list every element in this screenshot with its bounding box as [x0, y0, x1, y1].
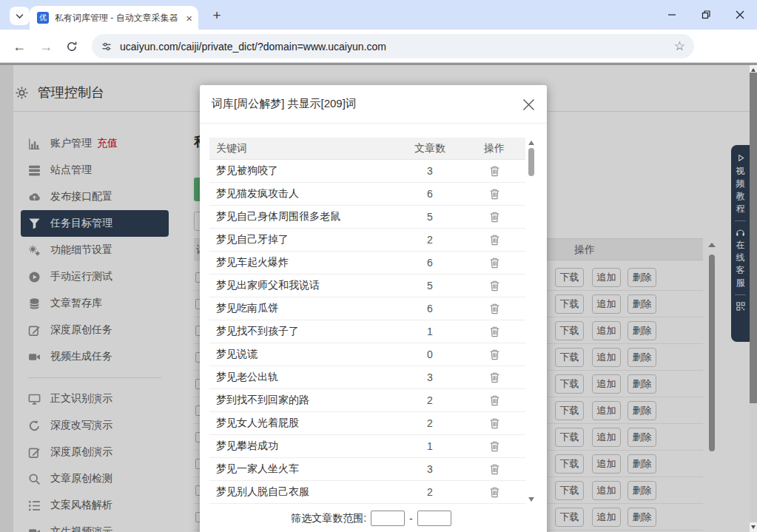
trash-icon	[489, 165, 500, 177]
keyword-cell: 梦见吃南瓜饼	[209, 302, 397, 315]
table-row-4: 梦见车起火爆炸 6	[209, 252, 525, 275]
keyword-cell: 梦见猫发疯攻击人	[209, 187, 397, 201]
count-cell: 5	[397, 211, 463, 223]
word-table-header: 关键词 文章数 操作	[209, 138, 525, 160]
restore-button[interactable]	[689, 0, 723, 30]
delete-word-button[interactable]	[463, 280, 525, 292]
count-column-header: 文章数	[397, 142, 463, 155]
keyword-column-header: 关键词	[209, 142, 397, 155]
count-cell: 6	[397, 257, 463, 269]
trash-icon	[489, 394, 500, 406]
delete-word-button[interactable]	[463, 349, 525, 360]
reload-icon	[66, 41, 78, 53]
close-window-button[interactable]	[723, 0, 757, 30]
trash-icon	[489, 486, 500, 498]
trash-icon	[489, 234, 500, 246]
page-scrollbar[interactable]	[750, 65, 757, 532]
delete-word-button[interactable]	[463, 463, 525, 475]
modal-title: 词库[周公解梦] 共显示[209]词	[212, 97, 357, 111]
count-cell: 0	[397, 349, 463, 360]
chevron-down-icon	[16, 13, 24, 19]
delete-word-button[interactable]	[463, 486, 525, 498]
keyword-cell: 梦见车起火爆炸	[209, 256, 397, 269]
delete-word-button[interactable]	[463, 394, 525, 406]
modal-close-button[interactable]	[519, 95, 538, 114]
trash-icon	[489, 326, 500, 337]
minimize-button[interactable]	[655, 0, 689, 30]
count-cell: 2	[397, 417, 463, 429]
keyword-cell: 梦到找不到回家的路	[209, 394, 397, 407]
range-max-input[interactable]	[417, 511, 451, 526]
count-cell: 2	[397, 234, 463, 246]
trash-icon	[489, 188, 500, 200]
keyword-cell: 梦见自己身体周围很多老鼠	[209, 210, 397, 223]
tab-title: 私有词库管理 - 自动文章采集器	[55, 12, 183, 24]
tab-close-button[interactable]: ×	[186, 13, 192, 24]
trash-icon	[489, 257, 500, 269]
close-icon	[522, 98, 535, 111]
delete-word-button[interactable]	[463, 165, 525, 177]
table-row-1: 梦见猫发疯攻击人 6	[209, 183, 525, 206]
table-row-6: 梦见吃南瓜饼 6	[209, 297, 525, 320]
delete-word-button[interactable]	[463, 211, 525, 223]
back-button[interactable]: ←	[10, 38, 28, 55]
tab-favicon: 优	[37, 12, 49, 24]
keyword-cell: 梦见自己牙掉了	[209, 233, 397, 246]
browser-toolbar: ← → ucaiyun.com/caiji/private_dict/?doma…	[0, 30, 757, 63]
site-settings-icon[interactable]	[101, 41, 112, 53]
forward-button[interactable]: →	[37, 38, 55, 55]
minimize-icon	[667, 10, 676, 19]
ops-column-header: 操作	[463, 142, 525, 155]
delete-word-button[interactable]	[463, 303, 525, 314]
bookmark-star-icon[interactable]: ☆	[674, 38, 685, 54]
trash-icon	[489, 211, 500, 223]
trash-icon	[489, 440, 500, 452]
new-tab-button[interactable]: +	[208, 7, 226, 24]
delete-word-button[interactable]	[463, 257, 525, 269]
word-table: 关键词 文章数 操作 梦见被狗咬了 3 梦见猫发疯攻击人 6	[209, 138, 525, 504]
dict-words-modal: 词库[周公解梦] 共显示[209]词 关键词 文章数 操作 梦见被狗咬了 3	[200, 85, 547, 532]
delete-word-button[interactable]	[463, 417, 525, 429]
delete-word-button[interactable]	[463, 326, 525, 337]
count-cell: 3	[397, 463, 463, 475]
browser-tab[interactable]: 优 私有词库管理 - 自动文章采集器 ×	[30, 6, 198, 30]
count-cell: 1	[397, 440, 463, 452]
page-scrollbar-thumb[interactable]	[750, 73, 757, 403]
reload-button[interactable]	[63, 38, 81, 55]
trash-icon	[489, 463, 500, 475]
trash-icon	[489, 303, 500, 314]
table-row-2: 梦见自己身体周围很多老鼠 5	[209, 206, 525, 229]
url-text[interactable]: ucaiyun.com/caiji/private_dict/?domain=w…	[120, 41, 668, 53]
table-row-5: 梦见出家师父和我说话 5	[209, 275, 525, 297]
scroll-down-button[interactable]	[750, 522, 757, 532]
modal-table-scrollbar[interactable]	[527, 138, 536, 505]
table-row-0: 梦见被狗咬了 3	[209, 160, 525, 183]
table-row-9: 梦见老公出轨 3	[209, 366, 525, 389]
count-cell: 3	[397, 165, 463, 177]
modal-header: 词库[周公解梦] 共显示[209]词	[200, 85, 547, 124]
trash-icon	[489, 417, 500, 429]
scroll-up-arrow[interactable]	[528, 141, 534, 145]
delete-word-button[interactable]	[463, 188, 525, 200]
keyword-cell: 梦见找不到孩子了	[209, 325, 397, 338]
range-min-input[interactable]	[371, 511, 405, 526]
trash-icon	[489, 371, 500, 383]
keyword-cell: 梦见老公出轨	[209, 371, 397, 384]
table-row-7: 梦见找不到孩子了 1	[209, 320, 525, 343]
tab-search-chevron-button[interactable]	[10, 7, 30, 25]
keyword-cell: 梦见女人光着屁股	[209, 417, 397, 430]
trash-icon	[489, 280, 500, 292]
delete-word-button[interactable]	[463, 440, 525, 452]
word-table-body: 梦见被狗咬了 3 梦见猫发疯攻击人 6 梦见自己身体周围很多老鼠	[209, 160, 525, 504]
trash-icon	[489, 349, 500, 360]
address-bar[interactable]: ucaiyun.com/caiji/private_dict/?domain=w…	[92, 34, 694, 58]
table-row-10: 梦到找不到回家的路 2	[209, 389, 525, 412]
delete-word-button[interactable]	[463, 371, 525, 383]
keyword-cell: 梦见一家人坐火车	[209, 462, 397, 476]
scrollbar-thumb[interactable]	[528, 148, 534, 176]
scroll-down-arrow[interactable]	[528, 497, 534, 502]
filter-row: 筛选文章数范围: -	[200, 511, 547, 526]
delete-word-button[interactable]	[463, 234, 525, 246]
count-cell: 2	[397, 486, 463, 498]
range-separator: -	[409, 513, 413, 525]
